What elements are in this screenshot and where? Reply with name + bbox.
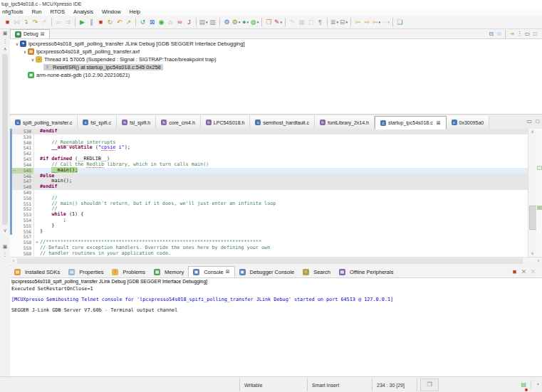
refresh-icon[interactable]: ↺ [138,17,147,28]
collapse-all-icon[interactable]: ⊟ [487,30,495,38]
remove-launch-icon[interactable]: ✕ [519,267,528,277]
editor-tab-semihost-hardfault-c[interactable]: csemihost_hardfault.c [250,116,315,129]
restart-icon[interactable]: ↻ [105,17,115,28]
line-number[interactable]: 544 [10,162,34,168]
line-number[interactable]: 542 [10,151,34,157]
line-number[interactable]: 558 [10,240,34,245]
home-icon[interactable]: ⌂ [166,17,175,28]
tree-row-debug-session[interactable]: ∨✦lpcxpresso54s018_spifi_polling_transfe… [10,40,542,48]
tab-debug[interactable]: ✱ Debug ⊠ [10,29,50,38]
forward-icon[interactable]: ⇨ [363,17,372,28]
minimize-view-icon[interactable]: ▭ [523,30,531,38]
last-edit-location-icon[interactable]: ❏ [395,17,405,28]
line-number[interactable]: 541 [10,145,34,151]
progress-icon[interactable]: ◔ [536,379,539,391]
line-number[interactable]: 547 [10,179,34,184]
close-icon[interactable]: ⊠ [226,269,230,275]
line-number[interactable]: 539 [10,134,34,140]
terminate-remove-icon[interactable]: ⊠ [147,17,157,28]
terminate-icon[interactable]: ■ [3,17,12,28]
remove-console-icon[interactable]: ▥ [208,17,217,28]
tab-search[interactable]: ✧Search [298,266,335,277]
scroll-left-icon[interactable]: ‹ [10,258,17,265]
remove-all-launches-icon[interactable]: ✕ [528,267,538,277]
remove-all-terminated-icon[interactable]: ⊠ [495,30,503,38]
tree-row-debug-thread[interactable]: ∨•Thread #1 57005 (Suspended : Signal : … [10,55,542,63]
step-next-icon[interactable]: ↗ [124,17,133,28]
maximize-view-icon[interactable]: □ [531,30,539,38]
trim-handle-icon[interactable]: ⋮ [0,37,10,45]
line-number[interactable]: 543 [10,157,34,162]
editor-tab-0x30095a0[interactable]: c0x30095a0 [447,116,490,129]
line-number[interactable]: 559 [10,245,34,251]
tree-row-stack-frame[interactable]: ≡ResetISR() at startup_lpc54s018.c:545 0… [10,63,542,71]
line-number[interactable]: 556 [10,229,34,235]
line-number[interactable]: 540 [10,140,34,146]
line-number[interactable]: 538 [10,129,34,134]
expander-chevron-icon[interactable]: ∨ [14,41,20,46]
fold-collapse-icon[interactable]: ⊖ [34,240,40,245]
reset-icon[interactable]: ↶ [115,17,124,28]
tab-memory[interactable]: ▦Memory [150,266,188,277]
editor-tab-fsl-spifi-h[interactable]: hfsl_spifi.h [117,116,156,129]
scrollbar-thumb[interactable] [17,258,523,264]
editor-tab-lpc54s018-h[interactable]: hLPC54S018.h [201,116,251,129]
jlink-icon[interactable]: J [184,17,194,28]
editor-tab-fsl-spifi-c[interactable]: cfsl_spifi.c [78,116,117,129]
horizontal-scrollbar[interactable]: ‹ › [10,257,542,265]
line-number[interactable]: 546 [10,174,34,179]
scroll-down-icon[interactable]: ∨ [528,250,536,257]
line-number[interactable]: 557 [10,234,34,240]
line-number[interactable]: 560 [10,251,34,257]
menu-window[interactable]: Window [102,8,121,16]
move-to-line-icon[interactable]: ⇉ [63,17,73,28]
resume-icon[interactable]: ▶ [78,17,87,28]
stop-icon[interactable]: ■ [96,17,105,28]
step-into-icon[interactable]: ↴ [21,17,31,28]
run-icon[interactable]: ●▾ [241,17,250,28]
step-over-icon[interactable]: ↷ [31,17,40,28]
console-output[interactable]: Executed SetRestartOnClose=1 [MCUXpresso… [10,285,542,314]
editor-tab-fontlibrary-2x14-h[interactable]: hfontLibrary_2x14.h [315,116,375,129]
show-whitespace-icon[interactable]: ¶ [316,17,325,28]
layers-icon[interactable]: ▤▾ [199,17,208,28]
code-editor[interactable]: 538#endif539540 // Reenable interrupts54… [10,129,542,257]
settings-icon[interactable]: ⚙ [222,17,231,28]
numbered-list-icon[interactable]: ≣▾ [330,17,339,28]
line-number[interactable]: 549 [10,190,34,196]
hierarchy-icon[interactable]: ⊟▾ [339,17,348,28]
menu-rtos[interactable]: RTOS [50,8,65,16]
tab-installed-sdks[interactable]: ▤Installed SDKs [10,266,64,277]
editor-maximize-icon[interactable]: □ [536,118,539,125]
world-icon[interactable]: ◉ [157,17,166,28]
expander-chevron-icon[interactable]: ∨ [22,49,28,54]
instruction-stepping-icon[interactable]: ≕ [54,17,63,28]
step-return-icon[interactable]: ↱ [40,17,49,28]
overview-mark[interactable] [537,166,542,170]
close-icon[interactable]: ⊠ [41,30,45,38]
tab-problems[interactable]: !Problems [108,266,150,277]
menu-nfigtools[interactable]: nfigTools [2,8,24,16]
skip-all-breakpoints-icon[interactable]: ⋈ [12,17,21,28]
sdk-stack-icon[interactable]: ▤ [521,379,527,391]
tab-properties[interactable]: ▤Properties [64,266,108,277]
editor-minimize-icon[interactable]: ▭ [527,118,533,125]
back-icon[interactable]: ⇦ [353,17,363,28]
overview-mark[interactable] [537,206,542,210]
editor-tab-spifi-polling-transfer-c[interactable]: cspifi_polling_transfer.c [10,116,78,129]
terminate-console-icon[interactable]: ■ [510,267,519,277]
scroll-up-icon[interactable]: ∧ [528,129,536,135]
menu-run[interactable]: Run [32,8,42,16]
scroll-up-icon[interactable]: ∧ [0,45,10,53]
editor-tab-core-cm4-h[interactable]: hcore_cm4.h [156,116,201,129]
block-selection-icon[interactable]: ◻ [306,17,316,28]
overview-ruler[interactable] [536,129,542,257]
tab-debugger-console[interactable]: ▣Debugger Console [235,266,299,277]
scroll-right-icon[interactable]: › [535,258,542,265]
debug-launch-icon[interactable]: ◍▾ [250,17,259,28]
back-history-icon[interactable]: ⇦▾ [372,17,381,28]
tab-console[interactable]: ▣Console⊠ [188,266,234,277]
restore-view-icon[interactable]: ▣ [0,29,10,37]
line-number[interactable]: 555 [10,223,34,229]
line-number[interactable]: 550 [10,196,34,201]
